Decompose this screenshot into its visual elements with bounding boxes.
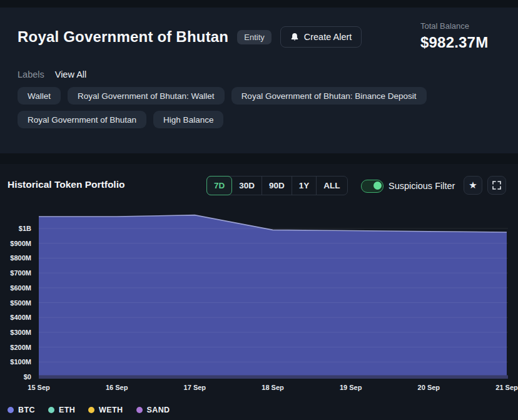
legend-item-weth[interactable]: WETH <box>88 406 123 414</box>
bell-icon <box>290 33 299 41</box>
y-axis-tick: $800M <box>10 254 31 262</box>
total-balance-label: Total Balance <box>420 21 488 31</box>
legend-label: ETH <box>59 406 75 414</box>
time-range-group: 7D30D90D1YALL <box>206 176 348 195</box>
create-alert-button[interactable]: Create Alert <box>280 26 362 48</box>
legend-label: WETH <box>99 406 123 414</box>
labels-title: Labels <box>18 69 44 79</box>
labels-row: Labels View All <box>18 69 86 79</box>
range-button-7d[interactable]: 7D <box>206 176 232 195</box>
y-axis-tick: $700M <box>10 269 31 277</box>
star-icon: ★ <box>469 180 477 191</box>
y-axis-tick: $1B <box>19 224 31 233</box>
legend-dot <box>48 407 54 413</box>
range-button-30d[interactable]: 30D <box>232 177 262 195</box>
y-axis-tick: $100M <box>10 357 31 366</box>
label-chips: WalletRoyal Government of Bhutan: Wallet… <box>18 87 455 128</box>
label-chip[interactable]: High Balance <box>153 111 223 128</box>
x-axis-line <box>39 376 508 379</box>
x-axis-tick: 19 Sep <box>340 384 362 391</box>
label-chip[interactable]: Wallet <box>18 87 61 105</box>
legend-label: BTC <box>18 406 35 414</box>
app-root: Royal Government of Bhutan Entity Create… <box>0 0 518 420</box>
y-axis-tick: $0 <box>24 372 31 381</box>
label-chip[interactable]: Royal Government of Bhutan <box>18 111 146 128</box>
legend-dot <box>88 407 94 413</box>
suspicious-filter-toggle[interactable] <box>361 180 383 193</box>
suspicious-filter-label: Suspicious Filter <box>388 181 455 191</box>
legend-item-sand[interactable]: SAND <box>136 406 170 414</box>
title-row: Royal Government of Bhutan Entity Create… <box>18 26 362 48</box>
favorite-button[interactable]: ★ <box>464 176 482 195</box>
legend-dot <box>8 407 14 413</box>
legend-label: SAND <box>147 406 170 414</box>
x-axis-tick: 16 Sep <box>106 384 128 391</box>
y-axis-tick: $900M <box>10 239 31 248</box>
y-axis-tick: $500M <box>10 299 31 307</box>
x-axis-tick: 17 Sep <box>184 384 206 391</box>
entity-badge: Entity <box>237 30 272 44</box>
range-button-all[interactable]: ALL <box>317 177 347 195</box>
create-alert-label: Create Alert <box>304 32 352 42</box>
legend-item-btc[interactable]: BTC <box>8 406 35 414</box>
x-axis-tick: 21 Sep <box>495 384 517 391</box>
range-button-1y[interactable]: 1Y <box>292 177 317 195</box>
area-series <box>39 215 507 377</box>
y-axis-tick: $300M <box>10 328 31 337</box>
entity-header-card: Royal Government of Bhutan Entity Create… <box>0 8 518 153</box>
x-axis-tick: 20 Sep <box>418 384 440 391</box>
y-axis-tick: $200M <box>10 343 31 352</box>
total-balance-value: $982.37M <box>420 34 488 51</box>
toggle-knob <box>373 182 382 190</box>
portfolio-chart <box>0 207 518 383</box>
y-axis-tick: $600M <box>10 284 31 292</box>
page-title: Royal Government of Bhutan <box>18 28 228 46</box>
portfolio-card: Historical Token Portfolio 7D30D90D1YALL… <box>0 164 518 420</box>
y-axis-tick: $400M <box>10 313 31 322</box>
x-axis-tick: 18 Sep <box>262 384 283 391</box>
legend-dot <box>136 407 143 413</box>
legend-item-eth[interactable]: ETH <box>48 406 75 414</box>
portfolio-title: Historical Token Portfolio <box>8 179 124 190</box>
fullscreen-button[interactable] <box>487 176 506 195</box>
chart-legend: BTCETHWETHSAND <box>8 406 170 414</box>
total-balance-block: Total Balance $982.37M <box>420 21 488 51</box>
range-button-90d[interactable]: 90D <box>262 177 292 195</box>
label-chip[interactable]: Royal Government of Bhutan: Wallet <box>68 87 225 105</box>
x-axis-tick: 15 Sep <box>28 384 49 391</box>
expand-icon <box>492 181 501 190</box>
view-all-link[interactable]: View All <box>55 69 87 79</box>
label-chip[interactable]: Royal Government of Bhutan: Binance Depo… <box>231 87 427 105</box>
